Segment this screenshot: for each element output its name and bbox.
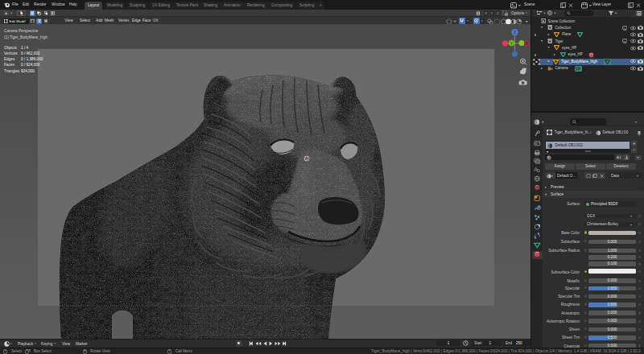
- svg-text:Z: Z: [514, 30, 516, 35]
- svg-text:A: A: [617, 155, 619, 159]
